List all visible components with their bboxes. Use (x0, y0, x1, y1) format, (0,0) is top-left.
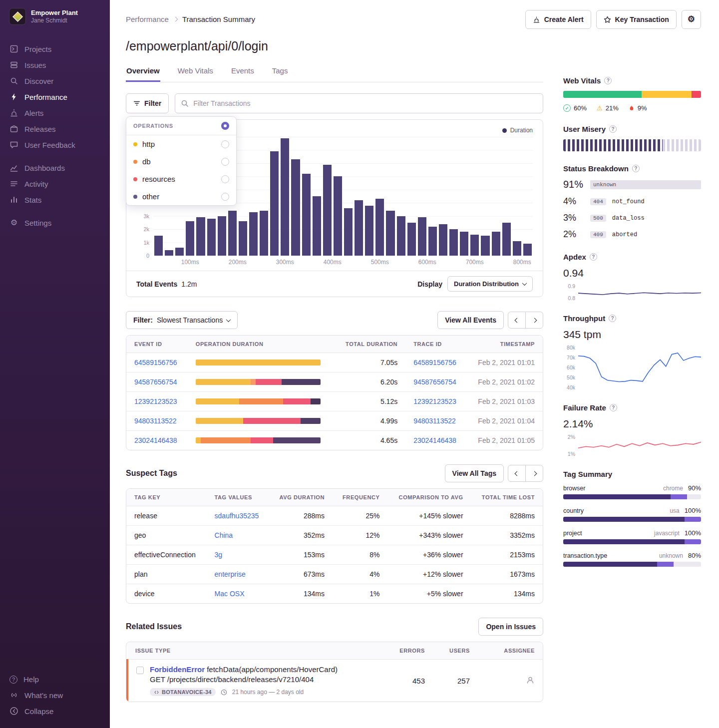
help-icon[interactable]: ? (610, 404, 617, 411)
issues-icon (9, 60, 18, 69)
next-page-button[interactable] (525, 465, 543, 482)
issue-short-id[interactable]: BOTANAVOICE-34 (150, 688, 216, 696)
help-icon[interactable]: ? (609, 125, 617, 133)
sidebar-item-discover[interactable]: Discover (0, 73, 110, 89)
comparison: +5% slower (388, 584, 471, 604)
open-in-issues-button[interactable]: Open in Issues (478, 618, 543, 636)
prev-page-button[interactable] (508, 312, 526, 329)
sidebar-item-whats-new[interactable]: What's new (0, 687, 110, 703)
operation-option-other[interactable]: other (126, 188, 236, 205)
sidebar-item-user-feedback[interactable]: User Feedback (0, 137, 110, 153)
sidebar-item-projects[interactable]: Projects (0, 41, 110, 57)
trace-id-link[interactable]: 23024146438 (413, 436, 456, 444)
trace-id-link[interactable]: 64589156756 (413, 359, 456, 366)
status-code-chip: 404 (590, 198, 606, 205)
help-icon[interactable]: ? (604, 77, 612, 84)
db-dot-icon (133, 160, 137, 164)
sidebar-item-settings[interactable]: ⚙ Settings (0, 215, 110, 231)
sidebar-item-stats[interactable]: Stats (0, 192, 110, 208)
sidebar-item-activity[interactable]: Activity (0, 176, 110, 192)
status-label: unknown (593, 182, 616, 188)
sidebar-item-issues[interactable]: Issues (0, 57, 110, 73)
total-time-lost: 1673ms (471, 565, 543, 584)
display-select[interactable]: Duration Distribution (447, 276, 533, 292)
view-all-events-button[interactable]: View All Events (437, 311, 504, 329)
help-icon[interactable]: ? (632, 165, 640, 172)
prev-page-button[interactable] (508, 465, 526, 482)
related-issues-table: ISSUE TYPE ERRORS USERS ASSIGNEE (126, 642, 543, 702)
resources-radio[interactable] (221, 175, 229, 183)
other-radio[interactable] (221, 193, 229, 201)
col-trace-id: TRACE ID (405, 336, 467, 353)
y-tick: 70k (563, 355, 575, 361)
web-vitals-bar (563, 91, 701, 98)
operation-option-resources[interactable]: resources (126, 170, 236, 188)
tag-value-link[interactable]: Mac OSX (215, 590, 245, 598)
filter-button[interactable]: Filter (126, 93, 169, 113)
issue-type-link[interactable]: ForbiddenError (150, 665, 205, 674)
table-row: ForbiddenError fetchData(app/components/… (127, 660, 543, 702)
status-row: 2% 409 aborted (563, 229, 701, 240)
sidebar-footer: ? Help What's new Collapse (0, 672, 110, 719)
trace-id-link[interactable]: 94803113522 (413, 417, 456, 425)
search-input[interactable] (175, 93, 543, 113)
http-dot-icon (133, 142, 137, 146)
sidebar-item-label: Performance (24, 93, 67, 101)
create-alert-label: Create Alert (544, 15, 584, 23)
y-tick: 3k (143, 213, 149, 219)
event-id-link[interactable]: 94587656754 (134, 378, 177, 386)
event-id-link[interactable]: 12392123523 (134, 397, 177, 405)
sidebar-item-collapse[interactable]: Collapse (0, 703, 110, 719)
tag-summary-row: project javascript100% (563, 529, 701, 544)
operation-option-http[interactable]: http (126, 135, 236, 153)
col-frequency: FREQUENCY (333, 489, 387, 506)
tag-value-link[interactable]: sdaufhu35235 (215, 512, 259, 520)
tag-value-link[interactable]: enterprise (215, 570, 246, 578)
total-duration-value: 7.05s (335, 353, 405, 372)
tag-value-link[interactable]: China (215, 531, 233, 539)
topbar: Performance Transaction Summary Create A… (126, 10, 701, 29)
view-all-tags-button[interactable]: View All Tags (445, 464, 504, 482)
tag-summary-key: project (563, 530, 582, 537)
issue-checkbox[interactable] (136, 667, 144, 674)
sidebar-item-dashboards[interactable]: Dashboards (0, 160, 110, 176)
tag-summary-row: browser chrome90% (563, 484, 701, 499)
filter-toolbar: Filter OPERATIONS http (126, 93, 543, 113)
events-filter-label: Filter: (133, 316, 153, 324)
tab-events[interactable]: Events (231, 61, 255, 82)
help-icon[interactable]: ? (590, 253, 597, 261)
short-id-label: BOTANAVOICE-34 (162, 689, 212, 695)
events-filter-select[interactable]: Filter: Slowest Transactions (126, 311, 238, 329)
sidebar-item-help[interactable]: ? Help (0, 672, 110, 687)
help-icon: ? (9, 676, 17, 684)
sidebar-item-performance[interactable]: Performance (0, 89, 110, 105)
db-radio[interactable] (221, 158, 229, 166)
tag-summary-pct: 80% (688, 552, 701, 559)
trace-id-link[interactable]: 94587656754 (413, 378, 456, 386)
sidebar-item-label: User Feedback (24, 141, 75, 149)
create-alert-button[interactable]: Create Alert (525, 10, 591, 29)
sidebar-item-releases[interactable]: Releases (0, 121, 110, 137)
help-icon[interactable]: ? (609, 315, 616, 322)
settings-button[interactable]: ⚙ (682, 10, 701, 29)
assignee-icon[interactable] (526, 676, 535, 685)
event-id-link[interactable]: 23024146438 (134, 436, 177, 444)
tab-web-vitals[interactable]: Web Vitals (177, 61, 214, 82)
event-id-link[interactable]: 94803113522 (134, 417, 177, 425)
operation-option-db[interactable]: db (126, 153, 236, 170)
tag-summary-bar (563, 494, 701, 499)
key-transaction-button[interactable]: Key Transaction (596, 10, 677, 29)
tab-overview[interactable]: Overview (126, 61, 160, 82)
operations-all-radio[interactable] (221, 122, 229, 130)
tab-tags[interactable]: Tags (272, 61, 289, 82)
trace-id-link[interactable]: 12392123523 (413, 397, 456, 405)
next-page-button[interactable] (525, 312, 543, 329)
avg-duration: 352ms (269, 526, 333, 545)
breadcrumb-parent[interactable]: Performance (126, 15, 169, 23)
http-radio[interactable] (221, 140, 229, 148)
org-switcher[interactable]: Empower Plant Jane Schmidt (0, 8, 110, 34)
sidebar-item-alerts[interactable]: Alerts (0, 105, 110, 121)
tag-value-link[interactable]: 3g (215, 551, 223, 559)
event-id-link[interactable]: 64589156756 (134, 359, 177, 366)
operation-duration-bar (196, 360, 321, 365)
